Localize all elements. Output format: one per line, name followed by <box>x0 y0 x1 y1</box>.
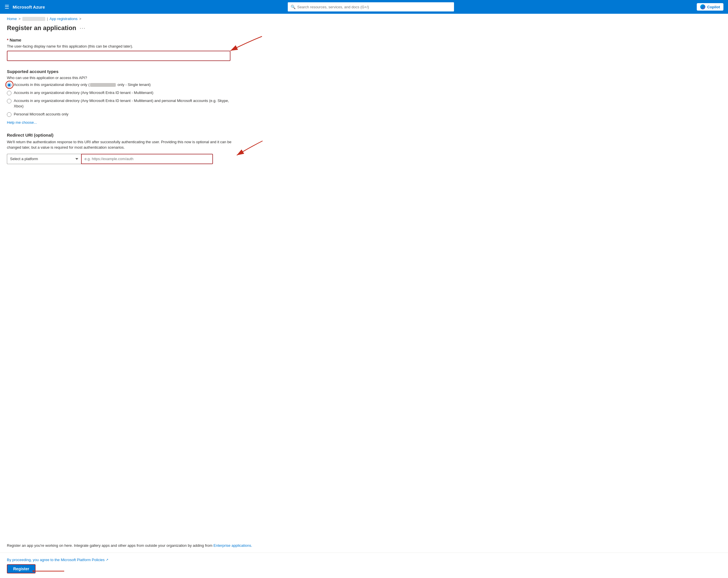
search-icon: 🔍 <box>291 5 295 9</box>
account-types-question: Who can use this application or access t… <box>7 76 240 80</box>
account-type-label-1: Accounts in this organizational director… <box>14 82 151 87</box>
name-section-title: * Name <box>7 37 240 43</box>
account-type-option-1[interactable]: Accounts in this organizational director… <box>7 82 240 87</box>
azure-logo: Microsoft Azure <box>12 5 45 9</box>
account-types-radio-group: Accounts in this organizational director… <box>7 82 240 117</box>
account-type-radio-2[interactable] <box>7 91 11 95</box>
uri-input[interactable] <box>81 154 213 164</box>
top-navigation: ☰ Microsoft Azure 🔍 Copilot <box>0 0 728 14</box>
redirect-inputs: Select a platform Web Single-page applic… <box>7 154 240 164</box>
account-type-radio-4[interactable] <box>7 112 11 117</box>
account-type-radio-1[interactable] <box>7 83 11 87</box>
help-me-choose-link[interactable]: Help me choose... <box>7 120 37 125</box>
search-bar: 🔍 <box>288 2 454 11</box>
tenant-blur <box>90 83 116 87</box>
page-header: Register an application ··· <box>0 22 728 37</box>
account-type-radio-3[interactable] <box>7 99 11 103</box>
more-options-icon[interactable]: ··· <box>80 25 86 31</box>
required-star: * <box>7 38 8 43</box>
page-title: Register an application <box>7 24 76 32</box>
name-section: * Name The user-facing display name for … <box>7 37 240 61</box>
breadcrumb-home[interactable]: Home <box>7 17 17 21</box>
copilot-logo-icon <box>700 4 705 9</box>
breadcrumb-tenant <box>22 17 45 21</box>
main-content: * Name The user-facing display name for … <box>0 37 246 184</box>
account-type-label-4: Personal Microsoft accounts only <box>14 112 69 117</box>
redirect-uri-title: Redirect URI (optional) <box>7 133 240 137</box>
breadcrumb-pipe: | <box>47 17 48 21</box>
account-type-label-2: Accounts in any organizational directory… <box>14 90 153 95</box>
redirect-uri-section: Redirect URI (optional) We'll return the… <box>7 133 240 164</box>
platform-select[interactable]: Select a platform Web Single-page applic… <box>7 154 81 164</box>
account-type-option-3[interactable]: Accounts in any organizational directory… <box>7 98 240 109</box>
breadcrumb-sep2: > <box>79 17 81 21</box>
search-input[interactable] <box>297 5 451 9</box>
breadcrumb-sep1: > <box>19 17 21 21</box>
breadcrumb-app-registrations[interactable]: App registrations <box>50 17 78 21</box>
breadcrumb: Home > | App registrations > <box>0 14 728 22</box>
name-field-wrapper <box>7 51 230 61</box>
name-input[interactable] <box>7 51 230 61</box>
redirect-uri-desc: We'll return the authentication response… <box>7 139 240 150</box>
name-description: The user-facing display name for this ap… <box>7 44 240 48</box>
account-type-label-3: Accounts in any organizational directory… <box>14 98 240 109</box>
redirect-inputs-wrapper: Select a platform Web Single-page applic… <box>7 154 240 164</box>
account-types-title: Supported account types <box>7 69 240 74</box>
account-type-option-2[interactable]: Accounts in any organizational directory… <box>7 90 240 95</box>
name-label: Name <box>9 37 21 43</box>
account-types-section: Supported account types Who can use this… <box>7 69 240 125</box>
hamburger-menu[interactable]: ☰ <box>5 4 9 10</box>
account-type-option-4[interactable]: Personal Microsoft accounts only <box>7 112 240 117</box>
radio-circle-wrapper <box>7 82 11 87</box>
copilot-button[interactable]: Copilot <box>697 3 723 10</box>
copilot-label: Copilot <box>707 5 720 9</box>
